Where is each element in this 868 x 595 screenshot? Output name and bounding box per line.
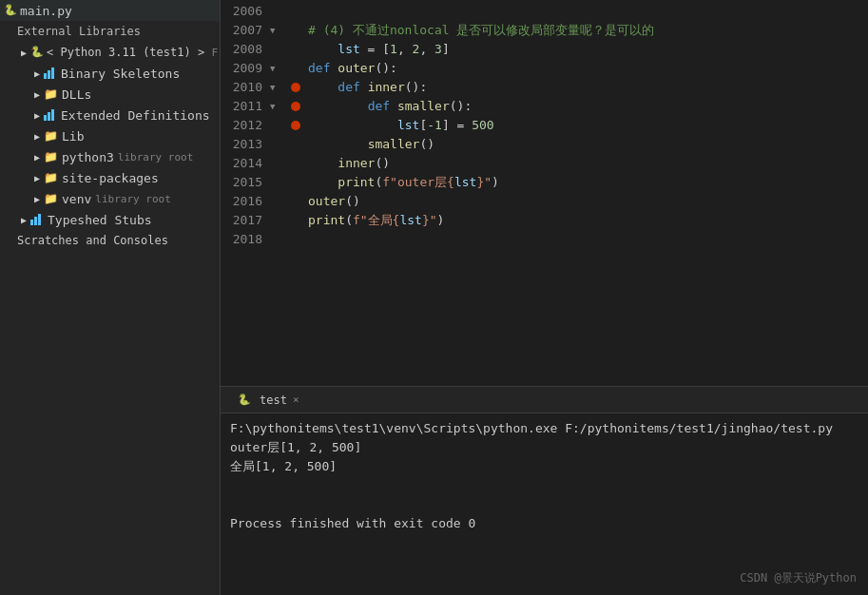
code-lines[interactable]: # (4) 不通过nonlocal 是否可以修改局部变量呢？是可以的 lst =… <box>304 0 868 386</box>
sidebar-scratches-consoles[interactable]: Scratches and Consoles <box>0 230 220 251</box>
sidebar-item-dlls[interactable]: 📁 DLLs <box>0 84 220 105</box>
breakpoints-column <box>287 0 304 386</box>
dlls-folder-icon: 📁 <box>44 87 58 101</box>
scratches-label: Scratches and Consoles <box>17 234 168 247</box>
code-line-2011: def smaller(): <box>308 97 868 116</box>
terminal-line-5: Process finished with exit code 0 <box>230 514 858 533</box>
binary-skeletons-arrow <box>30 68 44 79</box>
venv-sublabel: library root <box>95 193 170 205</box>
sidebar-item-python3[interactable]: 📁 python3 library root <box>0 146 220 167</box>
python-311-arrow <box>17 48 30 58</box>
external-libraries-label: External Libraries <box>17 25 141 38</box>
line-numbers: 2006 2007 2008 2009 2010 2011 2012 2013 … <box>221 0 270 386</box>
code-line-2018 <box>308 230 868 249</box>
extended-defs-icon <box>44 109 57 121</box>
lib-label: Lib <box>62 129 84 144</box>
sidebar-item-typeshed-stubs[interactable]: Typeshed Stubs <box>0 209 220 230</box>
site-packages-arrow <box>30 173 44 183</box>
typeshed-stubs-label: Typeshed Stubs <box>48 213 152 227</box>
site-packages-folder-icon: 📁 <box>44 171 58 184</box>
fold-arrows: ▼ ▼ ▼ ▼ <box>270 0 287 386</box>
code-line-2017: print(f"全局{lst}") <box>308 211 868 230</box>
extended-defs-arrow <box>30 110 44 121</box>
terminal-tabs: 🐍 test × <box>221 387 868 413</box>
sidebar-item-extended-definitions[interactable]: Extended Definitions <box>0 105 220 125</box>
code-line-2006 <box>308 2 868 21</box>
python3-folder-icon: 📁 <box>44 150 58 163</box>
python3-sublabel: library root <box>118 151 193 163</box>
code-editor: 2006 2007 2008 2009 2010 2011 2012 2013 … <box>221 0 868 595</box>
python-icon: 🐍 <box>4 4 17 17</box>
sidebar-item-venv[interactable]: 📁 venv library root <box>0 188 220 209</box>
site-packages-label: site-packages <box>62 171 159 185</box>
code-line-2010: def inner(): <box>308 78 868 97</box>
python-311-label: < Python 3.11 (test1) > F:\p <box>47 46 221 59</box>
watermark: CSDN @景天说Python <box>740 568 857 587</box>
terminal-panel: 🐍 test × F:\pythonitems\test1\venv\Scrip… <box>221 386 868 595</box>
binary-skeletons-icon <box>44 67 57 79</box>
dlls-label: DLLs <box>62 87 91 102</box>
sidebar-python-311[interactable]: 🐍 < Python 3.11 (test1) > F:\p <box>0 42 220 63</box>
terminal-tab-close[interactable]: × <box>293 393 299 406</box>
code-line-2015: print(f"outer层{lst}") <box>308 173 868 192</box>
code-line-2012: lst[-1] = 500 <box>308 116 868 135</box>
terminal-line-4 <box>230 495 858 514</box>
venv-label: venv <box>62 192 91 206</box>
code-line-2014: inner() <box>308 154 868 173</box>
terminal-line-1: outer层[1, 2, 500] <box>230 438 858 457</box>
code-line-2016: outer() <box>308 192 868 211</box>
sidebar: 🐍 main.py External Libraries 🐍 < Python … <box>0 0 221 595</box>
terminal-python-icon: 🐍 <box>238 393 251 407</box>
code-line-2009: def outer(): <box>308 59 868 78</box>
terminal-body[interactable]: F:\pythonitems\test1\venv\Scripts\python… <box>221 413 868 595</box>
python3-label: python3 <box>62 150 114 164</box>
python-snake-icon: 🐍 <box>30 46 44 59</box>
terminal-tab-test[interactable]: 🐍 test × <box>228 390 309 411</box>
venv-folder-icon: 📁 <box>44 192 58 205</box>
sidebar-item-site-packages[interactable]: 📁 site-packages <box>0 167 220 188</box>
typeshed-arrow <box>17 215 30 225</box>
extended-definitions-label: Extended Definitions <box>61 108 210 123</box>
sidebar-item-binary-skeletons[interactable]: Binary Skeletons <box>0 63 220 84</box>
sidebar-main-py[interactable]: 🐍 main.py <box>0 0 220 21</box>
terminal-line-0: F:\pythonitems\test1\venv\Scripts\python… <box>230 419 858 438</box>
main-py-label: main.py <box>20 4 72 18</box>
code-line-2013: smaller() <box>308 135 868 154</box>
code-line-2008: lst = [1, 2, 3] <box>308 40 868 59</box>
lib-arrow <box>30 131 44 142</box>
binary-skeletons-label: Binary Skeletons <box>61 67 180 81</box>
python3-arrow <box>30 152 44 163</box>
terminal-tab-label: test <box>260 393 287 407</box>
typeshed-icon <box>30 214 44 225</box>
terminal-line-3 <box>230 476 858 495</box>
lib-folder-icon: 📁 <box>44 129 58 143</box>
terminal-line-2: 全局[1, 2, 500] <box>230 457 858 476</box>
sidebar-item-lib[interactable]: 📁 Lib <box>0 125 220 146</box>
venv-arrow <box>30 194 44 204</box>
code-line-2007: # (4) 不通过nonlocal 是否可以修改局部变量呢？是可以的 <box>308 21 868 40</box>
sidebar-external-libraries[interactable]: External Libraries <box>0 21 220 42</box>
dlls-arrow <box>30 89 44 100</box>
